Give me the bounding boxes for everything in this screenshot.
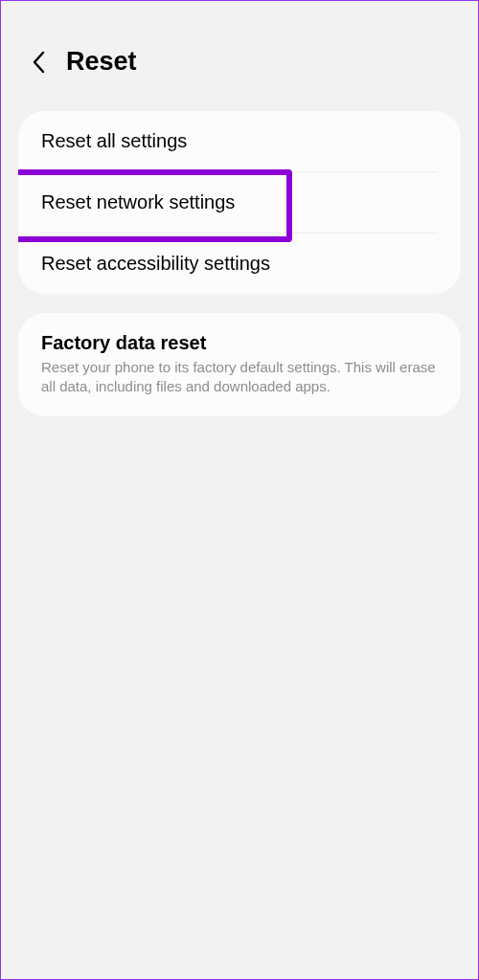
page-title: Reset <box>66 47 137 77</box>
reset-all-settings-item[interactable]: Reset all settings <box>18 111 461 171</box>
factory-reset-card: Factory data reset Reset your phone to i… <box>18 313 461 416</box>
back-icon[interactable] <box>28 52 49 73</box>
menu-item-label: Reset all settings <box>41 130 438 152</box>
factory-data-reset-item[interactable]: Factory data reset Reset your phone to i… <box>18 313 461 416</box>
reset-accessibility-settings-item[interactable]: Reset accessibility settings <box>18 234 461 294</box>
menu-item-label: Reset network settings <box>41 191 438 213</box>
menu-item-label: Reset accessibility settings <box>41 253 438 275</box>
menu-item-label: Factory data reset <box>41 332 438 354</box>
reset-options-card: Reset all settings Reset network setting… <box>18 111 461 294</box>
page-header: Reset <box>1 1 478 103</box>
menu-item-description: Reset your phone to its factory default … <box>41 358 438 397</box>
reset-network-settings-item[interactable]: Reset network settings <box>18 172 461 233</box>
